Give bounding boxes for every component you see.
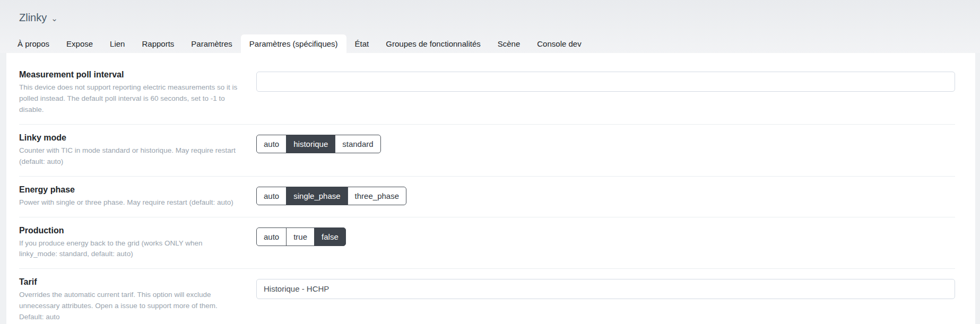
setting-title: Measurement poll interval (19, 70, 241, 80)
setting-row-linky-mode: Linky modeCounter with TIC in mode stand… (19, 125, 955, 177)
setting-description: Power with single or three phase. May re… (19, 197, 241, 208)
energy-phase-option-three-phase[interactable]: three_phase (348, 187, 406, 205)
production-option-true[interactable]: true (286, 227, 315, 246)
device-title[interactable]: Zlinky ⌄ (19, 12, 58, 24)
setting-row-energy-phase: Energy phasePower with single or three p… (19, 177, 955, 217)
tab-console-dev[interactable]: Console dev (528, 34, 589, 53)
energy-phase-option-single-phase[interactable]: single_phase (286, 187, 348, 205)
setting-label: TarifOverrides the automatic current tar… (19, 277, 256, 323)
tab-bar: À proposExposeLienRapportsParamètresPara… (9, 34, 590, 53)
tab-rapports[interactable]: Rapports (133, 34, 183, 53)
setting-label: Energy phasePower with single or three p… (19, 185, 256, 208)
setting-control (256, 70, 955, 116)
production-button-group: autotruefalse (256, 227, 346, 246)
setting-label: Linky modeCounter with TIC in mode stand… (19, 133, 256, 168)
tab-parametres-specifiques[interactable]: Paramètres (spécifiques) (241, 34, 346, 53)
energy-phase-option-auto[interactable]: auto (256, 187, 287, 205)
setting-label: Measurement poll intervalThis device doe… (19, 70, 256, 116)
setting-description: Counter with TIC in mode standard or his… (19, 145, 241, 168)
linky-mode-option-historique[interactable]: historique (286, 135, 335, 153)
energy-phase-button-group: autosingle_phasethree_phase (256, 187, 406, 205)
linky-mode-option-standard[interactable]: standard (335, 135, 380, 153)
linky-mode-button-group: autohistoriquestandard (256, 135, 381, 153)
setting-row-tarif: TarifOverrides the automatic current tar… (19, 269, 955, 324)
setting-title: Linky mode (19, 133, 241, 143)
setting-control: Historique - HCHP (256, 277, 955, 323)
settings-list: Measurement poll intervalThis device doe… (19, 62, 955, 324)
setting-description: If you produce energy back to the grid (… (19, 238, 241, 260)
linky-mode-option-auto[interactable]: auto (256, 135, 287, 153)
setting-control: autosingle_phasethree_phase (256, 185, 955, 208)
production-option-false[interactable]: false (314, 227, 346, 246)
device-name: Zlinky (19, 12, 47, 24)
setting-control: autotruefalse (256, 226, 955, 260)
tab-scene[interactable]: Scène (489, 34, 529, 53)
setting-row-production: ProductionIf you produce energy back to … (19, 217, 955, 269)
tab-expose[interactable]: Expose (58, 34, 101, 53)
setting-title: Energy phase (19, 185, 241, 195)
setting-description: This device does not support reporting e… (19, 82, 241, 116)
measurement-poll-interval-input[interactable] (256, 72, 955, 92)
setting-description: Overrides the automatic current tarif. T… (19, 290, 241, 323)
page-header: Zlinky ⌄ À proposExposeLienRapportsParam… (0, 0, 980, 53)
tab-lien[interactable]: Lien (101, 34, 133, 53)
tab-etat[interactable]: État (346, 34, 378, 53)
production-option-auto[interactable]: auto (256, 227, 287, 246)
tab-parametres[interactable]: Paramètres (183, 34, 241, 53)
tab-groupes-de-fonctionnalites[interactable]: Groupes de fonctionnalités (377, 34, 489, 53)
tarif-select[interactable]: Historique - HCHP (256, 279, 955, 299)
setting-control: autohistoriquestandard (256, 133, 955, 168)
setting-row-measurement-poll-interval: Measurement poll intervalThis device doe… (19, 62, 955, 125)
setting-title: Tarif (19, 277, 241, 287)
setting-label: ProductionIf you produce energy back to … (19, 226, 256, 260)
tab-a-propos[interactable]: À propos (9, 34, 58, 53)
setting-title: Production (19, 226, 241, 235)
chevron-down-icon: ⌄ (51, 14, 58, 22)
device-settings-panel: Measurement poll intervalThis device doe… (6, 53, 975, 324)
